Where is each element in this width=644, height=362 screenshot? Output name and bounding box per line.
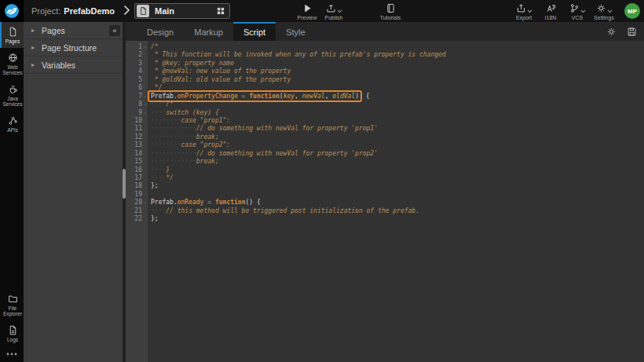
sidebar-item-web-services[interactable]: Web Services [0, 48, 24, 79]
topbar-publish-label: Publish [325, 15, 343, 20]
topbar-publish-button[interactable]: Publish [320, 2, 347, 20]
panel-section-label: Variables [42, 60, 75, 70]
sidebar-item-label: Web Services [2, 64, 24, 75]
sidebar-item-file-explorer[interactable]: File Explorer [0, 289, 24, 320]
page-icon [8, 27, 18, 37]
sidebar-item-label: Pages [5, 38, 20, 44]
caret-down-icon [580, 9, 586, 13]
code-line-9: ····switch (key) { [151, 109, 644, 117]
code-line-1: /* [151, 43, 644, 51]
code-line-4: * @newVal: new value of the property [151, 68, 644, 75]
folder-icon [8, 294, 18, 304]
sidebar-item-label: APIs [7, 127, 18, 133]
sidebar-more-button[interactable] [0, 346, 24, 362]
panel-section-variables[interactable]: ▸Variables [24, 57, 123, 74]
fold-toggle-icon[interactable]: - [142, 101, 148, 108]
panel-collapse-button[interactable]: « [109, 25, 120, 36]
sidebar-item-logs[interactable]: Logs [0, 320, 24, 346]
page-selector[interactable]: Main [134, 3, 230, 19]
code-line-22: }; [151, 215, 644, 223]
sidebar-item-label: Logs [7, 337, 18, 342]
code-line-18: }; [151, 182, 644, 190]
top-bar: Project:PrefabDemo Main PreviewPublishTu… [0, 0, 644, 22]
page-doc-icon [137, 5, 149, 17]
topbar-vcs-button[interactable]: VCS [564, 2, 591, 20]
code-line-2: * This function will be invoked when any… [151, 51, 644, 59]
code-line-5: * @oldVal: old value of the property [151, 76, 644, 84]
chevron-right-icon: ▸ [31, 61, 35, 68]
code-line-10: ········case "prop1": [151, 117, 644, 125]
avatar-initials: MP [628, 8, 637, 15]
sidebar-spacer [0, 137, 24, 289]
code-line-11: ············// do something with newVal … [151, 125, 644, 133]
highlighted-code-box: Prefab.onPropertyChange = function(key, … [148, 90, 362, 102]
topbar-settings-button[interactable]: Settings [591, 2, 617, 20]
fold-toggle-icon[interactable]: - [142, 199, 148, 207]
code-line-20: Prefab.onReady = function() { [151, 199, 644, 207]
sidebar-item-java-services[interactable]: Java Services [0, 79, 24, 111]
code-line-12: ············break; [151, 133, 644, 141]
code-line-21: ····// this method will be triggered pos… [151, 207, 644, 215]
sidebar-item-apis[interactable]: APIs [0, 111, 24, 137]
tab-markup[interactable]: Markup [184, 22, 233, 41]
pages-panel: « ▸Pages▸Page Structure▸Variables [24, 22, 123, 362]
code-line-19 [151, 191, 644, 199]
gear-icon[interactable] [606, 27, 617, 37]
left-icon-sidebar: PagesWeb ServicesJava ServicesAPIsFile E… [0, 22, 24, 362]
fold-toggle-icon[interactable]: - [142, 109, 148, 117]
topbar-tutorials-button[interactable]: Tutorials [377, 2, 404, 20]
topbar-right-actions: ExportI18NVCSSettings [510, 2, 617, 20]
panel-section-pages[interactable]: ▸Pages [24, 22, 123, 39]
globe-icon [8, 53, 18, 63]
java-icon [8, 84, 18, 94]
chevron-right-icon: ▸ [31, 27, 35, 34]
code-editor[interactable]: 1-234567-8-9-1011121314151617181920-2122… [126, 41, 644, 362]
topbar-i18n-label: I18N [545, 15, 557, 20]
wavemaker-logo[interactable] [0, 0, 24, 22]
topbar-i18n-button[interactable]: I18N [537, 2, 564, 20]
vcs-icon [569, 3, 580, 13]
sidebar-item-pages[interactable]: Pages [0, 22, 24, 48]
grid-icon[interactable] [216, 6, 225, 16]
tab-script[interactable]: Script [233, 22, 276, 41]
topbar-preview-label: Preview [298, 15, 317, 20]
api-icon [8, 115, 18, 126]
code-line-17: ····*/ [151, 174, 644, 182]
code-content[interactable]: /* * This function will be invoked when … [148, 41, 644, 362]
code-line-16: ····} [151, 166, 644, 174]
sidebar-item-label: Java Services [2, 96, 24, 107]
code-line-3: * @key: property name [151, 60, 644, 68]
code-line-15: ············break; [151, 158, 644, 166]
publish-icon [326, 3, 336, 13]
topbar-vcs-label: VCS [572, 15, 583, 20]
code-line-13: ········case "prop2": [151, 141, 644, 149]
caret-down-icon [337, 9, 342, 13]
project-label: Project:PrefabDemo [31, 0, 115, 22]
code-line-7: Prefab.onPropertyChange = function(key, … [151, 93, 644, 101]
topbar-export-button[interactable]: Export [510, 2, 537, 20]
tab-style[interactable]: Style [276, 22, 315, 41]
gear-icon [596, 3, 606, 13]
editor-toolbar-icons [606, 22, 637, 41]
tab-design[interactable]: Design [137, 22, 184, 41]
editor-area: DesignMarkupScriptStyle 1-234567-8-9-101… [126, 22, 644, 362]
chevron-right-icon [123, 5, 130, 16]
line-number-gutter: 1-234567-8-9-1011121314151617181920-2122 [126, 41, 148, 362]
fold-toggle-icon[interactable]: - [142, 43, 148, 51]
panel-section-label: Pages [42, 26, 65, 35]
save-icon[interactable] [627, 27, 637, 37]
book-icon [386, 3, 396, 13]
avatar[interactable]: MP [624, 3, 640, 19]
fold-toggle-icon[interactable]: - [142, 93, 148, 101]
code-line-14: ············// do something with newVal … [151, 150, 644, 158]
logs-icon [8, 325, 18, 335]
topbar-tutorials-label: Tutorials [380, 15, 401, 20]
editor-tabs: DesignMarkupScriptStyle [137, 22, 316, 41]
i18n-icon [546, 3, 556, 13]
export-icon [516, 3, 526, 13]
play-icon [302, 3, 313, 13]
panel-section-page-structure[interactable]: ▸Page Structure [24, 39, 123, 57]
topbar-preview-button[interactable]: Preview [294, 2, 320, 20]
topbar-export-label: Export [516, 15, 532, 20]
code-line-8: ····/* [151, 101, 644, 108]
